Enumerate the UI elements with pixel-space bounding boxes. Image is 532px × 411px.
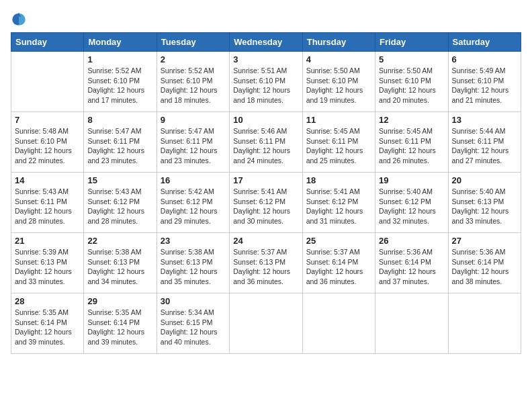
day-info: Sunrise: 5:39 AMSunset: 6:13 PMDaylight:… <box>15 247 80 287</box>
calendar-cell <box>11 52 84 112</box>
calendar-cell: 13Sunrise: 5:44 AMSunset: 6:11 PMDayligh… <box>448 112 521 173</box>
calendar-cell: 17Sunrise: 5:41 AMSunset: 6:12 PMDayligh… <box>230 173 302 233</box>
calendar-cell: 3Sunrise: 5:51 AMSunset: 6:10 PMDaylight… <box>230 52 302 112</box>
calendar-cell: 6Sunrise: 5:49 AMSunset: 6:10 PMDaylight… <box>448 52 521 112</box>
day-number: 14 <box>15 175 80 185</box>
day-number: 11 <box>306 115 371 125</box>
calendar-week-row: 7Sunrise: 5:48 AMSunset: 6:10 PMDaylight… <box>11 112 521 173</box>
day-number: 12 <box>379 115 444 125</box>
day-number: 23 <box>161 236 226 246</box>
calendar-cell: 16Sunrise: 5:42 AMSunset: 6:12 PMDayligh… <box>157 173 229 233</box>
calendar-cell: 19Sunrise: 5:40 AMSunset: 6:12 PMDayligh… <box>375 173 448 233</box>
day-number: 22 <box>87 236 152 246</box>
calendar-cell: 15Sunrise: 5:43 AMSunset: 6:12 PMDayligh… <box>84 173 157 233</box>
day-info: Sunrise: 5:41 AMSunset: 6:12 PMDaylight:… <box>306 187 371 226</box>
day-number: 10 <box>233 115 298 125</box>
calendar-cell: 9Sunrise: 5:47 AMSunset: 6:11 PMDaylight… <box>157 112 229 173</box>
day-info: Sunrise: 5:36 AMSunset: 6:14 PMDaylight:… <box>452 247 517 287</box>
weekday-header-saturday: Saturday <box>448 33 521 52</box>
day-info: Sunrise: 5:37 AMSunset: 6:13 PMDaylight:… <box>233 247 298 287</box>
day-number: 9 <box>161 115 226 125</box>
calendar-cell: 27Sunrise: 5:36 AMSunset: 6:14 PMDayligh… <box>448 233 521 293</box>
calendar-cell <box>230 293 302 354</box>
day-info: Sunrise: 5:51 AMSunset: 6:10 PMDaylight:… <box>233 66 298 105</box>
day-info: Sunrise: 5:38 AMSunset: 6:13 PMDaylight:… <box>161 247 226 287</box>
calendar-cell: 10Sunrise: 5:46 AMSunset: 6:11 PMDayligh… <box>230 112 302 173</box>
weekday-header-monday: Monday <box>84 33 157 52</box>
calendar-cell: 2Sunrise: 5:52 AMSunset: 6:10 PMDaylight… <box>157 52 229 112</box>
calendar-header-row: SundayMondayTuesdayWednesdayThursdayFrid… <box>11 33 521 52</box>
day-number: 28 <box>15 296 80 306</box>
calendar-week-row: 1Sunrise: 5:52 AMSunset: 6:10 PMDaylight… <box>11 52 521 112</box>
calendar-cell: 21Sunrise: 5:39 AMSunset: 6:13 PMDayligh… <box>11 233 84 293</box>
weekday-header-tuesday: Tuesday <box>157 33 229 52</box>
calendar-cell: 24Sunrise: 5:37 AMSunset: 6:13 PMDayligh… <box>230 233 302 293</box>
calendar-cell: 5Sunrise: 5:50 AMSunset: 6:10 PMDaylight… <box>375 52 448 112</box>
calendar-week-row: 14Sunrise: 5:43 AMSunset: 6:11 PMDayligh… <box>11 173 521 233</box>
day-number: 8 <box>87 115 152 125</box>
weekday-header-friday: Friday <box>375 33 448 52</box>
page-header <box>11 11 521 27</box>
calendar-cell: 1Sunrise: 5:52 AMSunset: 6:10 PMDaylight… <box>84 52 157 112</box>
day-number: 29 <box>87 296 152 306</box>
day-info: Sunrise: 5:35 AMSunset: 6:14 PMDaylight:… <box>87 308 152 347</box>
calendar-cell: 11Sunrise: 5:45 AMSunset: 6:11 PMDayligh… <box>302 112 375 173</box>
day-number: 1 <box>87 54 152 64</box>
calendar-cell: 4Sunrise: 5:50 AMSunset: 6:10 PMDaylight… <box>302 52 375 112</box>
weekday-header-wednesday: Wednesday <box>230 33 302 52</box>
day-info: Sunrise: 5:50 AMSunset: 6:10 PMDaylight:… <box>306 66 371 105</box>
calendar-cell: 20Sunrise: 5:40 AMSunset: 6:13 PMDayligh… <box>448 173 521 233</box>
day-number: 7 <box>15 115 80 125</box>
day-info: Sunrise: 5:49 AMSunset: 6:10 PMDaylight:… <box>452 66 517 105</box>
day-number: 6 <box>452 54 517 64</box>
day-info: Sunrise: 5:46 AMSunset: 6:11 PMDaylight:… <box>233 126 298 166</box>
weekday-header-sunday: Sunday <box>11 33 84 52</box>
day-info: Sunrise: 5:44 AMSunset: 6:11 PMDaylight:… <box>452 126 517 166</box>
calendar-cell: 30Sunrise: 5:34 AMSunset: 6:15 PMDayligh… <box>157 293 229 354</box>
day-number: 18 <box>306 175 371 185</box>
calendar-week-row: 28Sunrise: 5:35 AMSunset: 6:14 PMDayligh… <box>11 293 521 354</box>
day-info: Sunrise: 5:40 AMSunset: 6:13 PMDaylight:… <box>452 187 517 226</box>
day-number: 17 <box>233 175 298 185</box>
day-info: Sunrise: 5:34 AMSunset: 6:15 PMDaylight:… <box>161 308 226 347</box>
day-info: Sunrise: 5:43 AMSunset: 6:12 PMDaylight:… <box>87 187 152 226</box>
day-info: Sunrise: 5:42 AMSunset: 6:12 PMDaylight:… <box>161 187 226 226</box>
logo <box>11 11 30 27</box>
calendar-cell <box>448 293 521 354</box>
day-info: Sunrise: 5:45 AMSunset: 6:11 PMDaylight:… <box>379 126 444 166</box>
calendar-cell <box>375 293 448 354</box>
day-number: 13 <box>452 115 517 125</box>
day-number: 16 <box>161 175 226 185</box>
calendar-cell: 7Sunrise: 5:48 AMSunset: 6:10 PMDaylight… <box>11 112 84 173</box>
day-number: 5 <box>379 54 444 64</box>
calendar-cell: 26Sunrise: 5:36 AMSunset: 6:14 PMDayligh… <box>375 233 448 293</box>
day-info: Sunrise: 5:52 AMSunset: 6:10 PMDaylight:… <box>161 66 226 105</box>
day-number: 27 <box>452 236 517 246</box>
calendar-week-row: 21Sunrise: 5:39 AMSunset: 6:13 PMDayligh… <box>11 233 521 293</box>
day-info: Sunrise: 5:50 AMSunset: 6:10 PMDaylight:… <box>379 66 444 105</box>
day-info: Sunrise: 5:47 AMSunset: 6:11 PMDaylight:… <box>161 126 226 166</box>
day-number: 30 <box>161 296 226 306</box>
calendar-cell: 25Sunrise: 5:37 AMSunset: 6:14 PMDayligh… <box>302 233 375 293</box>
day-info: Sunrise: 5:36 AMSunset: 6:14 PMDaylight:… <box>379 247 444 287</box>
day-number: 26 <box>379 236 444 246</box>
day-info: Sunrise: 5:35 AMSunset: 6:14 PMDaylight:… <box>15 308 80 347</box>
day-info: Sunrise: 5:48 AMSunset: 6:10 PMDaylight:… <box>15 126 80 166</box>
day-info: Sunrise: 5:45 AMSunset: 6:11 PMDaylight:… <box>306 126 371 166</box>
calendar-cell: 28Sunrise: 5:35 AMSunset: 6:14 PMDayligh… <box>11 293 84 354</box>
weekday-header-thursday: Thursday <box>302 33 375 52</box>
day-info: Sunrise: 5:40 AMSunset: 6:12 PMDaylight:… <box>379 187 444 226</box>
day-info: Sunrise: 5:52 AMSunset: 6:10 PMDaylight:… <box>87 66 152 105</box>
calendar-cell <box>302 293 375 354</box>
calendar-table: SundayMondayTuesdayWednesdayThursdayFrid… <box>11 32 521 354</box>
day-number: 24 <box>233 236 298 246</box>
calendar-cell: 23Sunrise: 5:38 AMSunset: 6:13 PMDayligh… <box>157 233 229 293</box>
calendar-cell: 18Sunrise: 5:41 AMSunset: 6:12 PMDayligh… <box>302 173 375 233</box>
calendar-body: 1Sunrise: 5:52 AMSunset: 6:10 PMDaylight… <box>11 52 521 354</box>
day-number: 3 <box>233 54 298 64</box>
day-number: 4 <box>306 54 371 64</box>
calendar-cell: 12Sunrise: 5:45 AMSunset: 6:11 PMDayligh… <box>375 112 448 173</box>
day-number: 19 <box>379 175 444 185</box>
day-number: 20 <box>452 175 517 185</box>
day-info: Sunrise: 5:43 AMSunset: 6:11 PMDaylight:… <box>15 187 80 226</box>
